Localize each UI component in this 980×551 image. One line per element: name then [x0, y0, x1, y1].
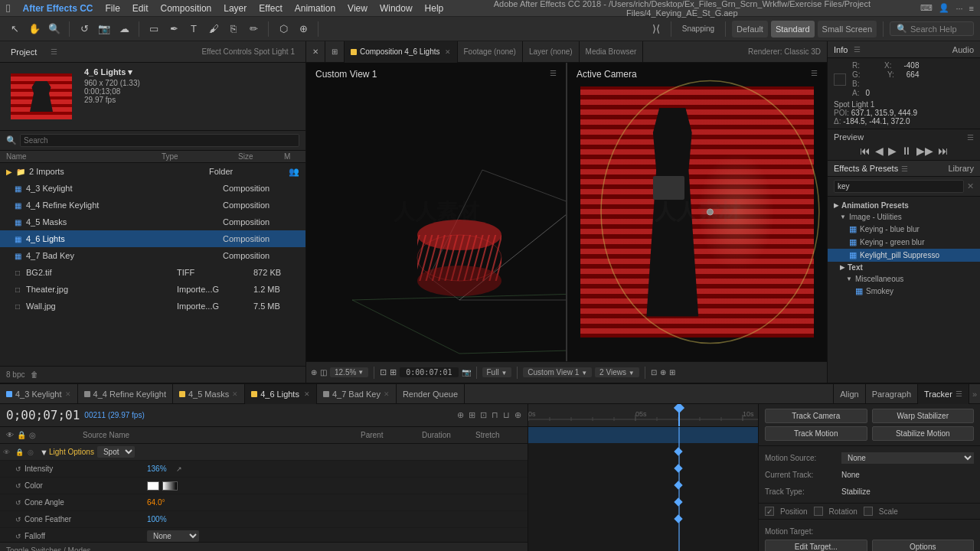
standard-workspace[interactable]: Standard	[771, 21, 815, 37]
library-tab[interactable]: Library	[948, 164, 974, 173]
pause-btn[interactable]: ⏸	[901, 145, 912, 157]
tl-ctrl-1[interactable]: ⊕	[457, 410, 464, 420]
vt-icon-8[interactable]: ⊞	[669, 368, 675, 377]
audio-tab[interactable]: Audio	[946, 45, 980, 54]
list-item[interactable]: □ Wall.jpg Importe...G 7.5 MB	[0, 298, 305, 315]
vt-icon-7[interactable]: ⊕	[660, 368, 666, 377]
tl-tab-close-3[interactable]: ✕	[232, 390, 238, 398]
list-item[interactable]: □ Theater.jpg Importe...G 1.2 MB	[0, 281, 305, 298]
tree-item-animation-presets[interactable]: ▶ Animation Presets	[828, 200, 980, 211]
tl-tab-close-4[interactable]: ✕	[304, 390, 310, 398]
col-name-header[interactable]: Name	[6, 152, 162, 161]
stabilize-motion-btn[interactable]: Stabilize Motion	[872, 426, 975, 441]
tl-ctrl-3[interactable]: ⊡	[480, 410, 487, 420]
footage-tab[interactable]: Footage (none)	[458, 41, 523, 63]
cone-feather-value[interactable]: 100%	[147, 515, 167, 523]
tracker-menu[interactable]: ☰	[956, 390, 962, 398]
app-name[interactable]: After Effects CC	[22, 3, 93, 14]
tree-item-miscellaneous[interactable]: ▼ Miscellaneous	[828, 273, 980, 285]
menu-composition[interactable]: Composition	[161, 3, 212, 14]
color-reset[interactable]: ↺	[15, 482, 24, 490]
pan-tool[interactable]: ☁	[116, 21, 132, 37]
tl-tab-badkey[interactable]: 4_7 Bad Key ✕	[317, 384, 397, 404]
preview-menu[interactable]: ☰	[967, 133, 974, 142]
text-tool[interactable]: T	[185, 21, 202, 37]
options-btn[interactable]: Options	[872, 540, 975, 551]
puppet-tool[interactable]: ⊕	[295, 21, 312, 37]
effect-controls-tab[interactable]: Effect Controls Spot Light 1	[197, 46, 299, 57]
small-screen-workspace[interactable]: Small Screen	[818, 21, 877, 37]
track-motion-btn[interactable]: Track Motion	[765, 426, 867, 441]
col-source-header[interactable]: Source Name	[83, 431, 361, 439]
cone-angle-reset[interactable]: ↺	[15, 499, 24, 507]
list-item[interactable]: ▶ 📁 2 Imports Folder 👥	[0, 163, 305, 180]
info-menu[interactable]: ☰	[854, 45, 861, 54]
tree-item-keying-green[interactable]: ▦ Keying - green blur	[828, 236, 980, 249]
motion-source-select[interactable]: None	[841, 452, 974, 464]
view-mode-dropdown[interactable]: Custom View 1 ▼	[523, 367, 592, 377]
tl-tab-masks[interactable]: 4_5 Masks ✕	[173, 384, 245, 404]
menu-help[interactable]: Help	[425, 3, 444, 14]
skip-end-btn[interactable]: ⏭	[938, 145, 949, 157]
vt-icon-5[interactable]: 📷	[462, 368, 471, 377]
camera-tool[interactable]: 📷	[96, 21, 113, 37]
menu-view[interactable]: View	[348, 3, 368, 14]
tl-tab-lights-active[interactable]: 4_6 Lights ✕	[245, 384, 317, 404]
comp-tab-active[interactable]: Composition 4_6 Lights ✕	[345, 41, 458, 63]
project-tab[interactable]: Project	[6, 46, 41, 58]
warp-stabilizer-btn[interactable]: Warp Stabilizer	[872, 409, 975, 423]
info-tab[interactable]: Info	[828, 45, 854, 54]
menu-layer[interactable]: Layer	[224, 3, 247, 14]
media-browser-tab[interactable]: Media Browser	[580, 41, 644, 63]
close-left-tab[interactable]: ✕	[306, 41, 325, 63]
col-duration-header[interactable]: Duration	[422, 431, 475, 439]
tl-ctrl-5[interactable]: ⊔	[503, 410, 510, 420]
comp-tab-close[interactable]: ✕	[445, 48, 451, 56]
tree-item-smokey[interactable]: ▦ Smokey	[828, 285, 980, 298]
menu-edit[interactable]: Edit	[132, 3, 149, 14]
pen-tool[interactable]: ✒	[165, 21, 182, 37]
step-forward-btn[interactable]: ▶▶	[916, 145, 933, 157]
col-stretch-header[interactable]: Stretch	[475, 431, 521, 439]
tree-item-keying-blue[interactable]: ▦ Keying - blue blur	[828, 223, 980, 236]
color-gradient[interactable]	[162, 481, 178, 491]
skip-start-btn[interactable]: ⏮	[860, 145, 871, 157]
clone-tool[interactable]: ⎘	[225, 21, 242, 37]
tl-tab-render[interactable]: Render Queue	[397, 384, 465, 404]
menu-window[interactable]: Window	[380, 3, 413, 14]
layer-tab[interactable]: Layer (none)	[523, 41, 580, 63]
viewport-right-menu[interactable]: ☰	[811, 69, 818, 77]
tracker-tab[interactable]: Tracker ☰	[917, 384, 969, 404]
vt-icon-6[interactable]: ⊡	[651, 368, 657, 377]
position-checkbox[interactable]: ✓	[765, 507, 774, 516]
vt-icon-3[interactable]: ⊡	[380, 367, 387, 377]
cone-feather-reset[interactable]: ↺	[15, 516, 24, 523]
eraser-tool[interactable]: ✏	[245, 21, 262, 37]
tree-item-text[interactable]: ▶ Text	[828, 262, 980, 273]
align-tab[interactable]: Align	[833, 384, 864, 404]
tl-tab-close-5[interactable]: ✕	[384, 390, 390, 398]
cone-angle-value[interactable]: 64.0°	[147, 498, 165, 507]
rotation-checkbox[interactable]	[814, 507, 823, 516]
tracker-chevrons[interactable]: »	[969, 384, 980, 404]
layer-expand[interactable]: ▼	[40, 448, 49, 457]
apple-icon[interactable]: 	[6, 2, 10, 15]
col-m-header[interactable]: M	[284, 152, 299, 161]
zoom-tool[interactable]: 🔍	[46, 21, 63, 37]
layer-type-dropdown[interactable]: Spot	[97, 446, 524, 458]
edit-target-btn[interactable]: Edit Target...	[765, 540, 867, 551]
paragraph-tab[interactable]: Paragraph	[865, 384, 917, 404]
step-back-btn[interactable]: ◀	[875, 145, 884, 157]
panel-menu[interactable]: ☰	[51, 47, 57, 56]
toggle-switches-label[interactable]: Toggle Switches / Modes	[6, 546, 91, 551]
hand-tool[interactable]: ✋	[26, 21, 43, 37]
timecode-display[interactable]: 0:00:07:01	[400, 367, 458, 377]
tree-item-keylight[interactable]: ▦ Keylight_pill Suppresso	[828, 249, 980, 262]
viewport-left-menu[interactable]: ☰	[550, 69, 557, 77]
track-camera-btn[interactable]: Track Camera	[765, 409, 867, 423]
list-item-selected[interactable]: ▦ 4_6 Lights Composition	[0, 230, 305, 247]
vt-icon-2[interactable]: ◫	[320, 368, 327, 377]
tl-ctrl-4[interactable]: ⊓	[492, 410, 498, 420]
tl-ctrl-2[interactable]: ⊞	[469, 410, 475, 420]
brush-tool[interactable]: 🖌	[205, 21, 222, 37]
